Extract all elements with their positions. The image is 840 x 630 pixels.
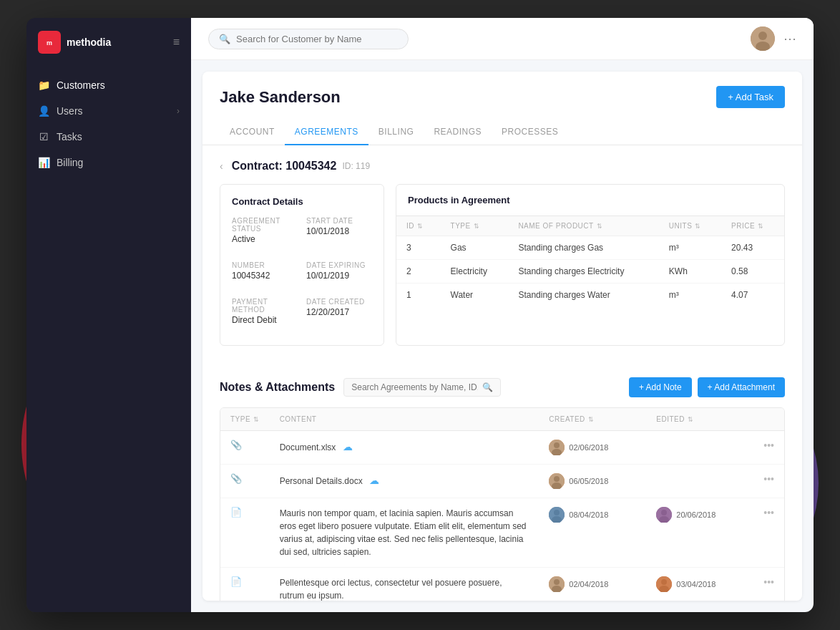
chevron-left-icon[interactable]: ‹ xyxy=(220,160,223,172)
more-options-icon[interactable]: ••• xyxy=(763,507,774,518)
menu-dots-icon[interactable]: ⋯ xyxy=(783,31,796,47)
logo-area: m methodia xyxy=(38,31,111,54)
paperclip-icon: 📎 xyxy=(230,440,242,450)
tab-account[interactable]: ACCOUNT xyxy=(220,120,285,145)
notes-col-actions xyxy=(753,408,784,431)
sidebar-item-label: Customers xyxy=(57,79,105,91)
chevron-right-icon: › xyxy=(177,106,180,116)
topbar: 🔍 ⋯ xyxy=(191,18,814,60)
product-row: 3 Gas Standing charges Gas m³ 20.43 xyxy=(396,236,784,260)
product-row: 2 Electricity Standing charges Electrici… xyxy=(396,260,784,284)
notes-row: 📎 Document.xlsx ☁ xyxy=(220,431,784,465)
svg-point-18 xyxy=(554,579,560,585)
creator-avatar xyxy=(549,473,565,489)
edited-cell: 20/06/2018 xyxy=(656,507,743,523)
main-content: 🔍 ⋯ Jake Sanderson + Add xyxy=(191,18,814,612)
add-task-button[interactable]: + Add Task xyxy=(716,86,785,108)
edited-date: 20/06/2018 xyxy=(676,510,716,519)
notes-header-right: + Add Note + Add Attachment xyxy=(629,377,785,397)
logo-text: methodia xyxy=(67,37,111,48)
page-header: Jake Sanderson + Add Task xyxy=(202,72,802,108)
logo-icon: m xyxy=(38,31,61,54)
tab-agreements[interactable]: AGREEMENTS xyxy=(285,120,368,145)
col-units[interactable]: UNITS⇅ xyxy=(659,216,721,236)
notes-title: Notes & Attachments xyxy=(220,381,335,394)
contract-panels: Contract Details Agreement Status Active… xyxy=(220,184,785,346)
contract-title: Contract: 10045342 ID: 119 xyxy=(232,160,370,173)
add-note-button[interactable]: + Add Note xyxy=(629,377,692,397)
svg-point-6 xyxy=(554,442,560,448)
created-date: 02/06/2018 xyxy=(569,443,608,452)
tab-processes[interactable]: PROCESSES xyxy=(492,120,568,145)
contract-header: ‹ Contract: 10045342 ID: 119 xyxy=(220,160,785,173)
content-text: Pellentesque orci lectus, consectetur ve… xyxy=(280,578,502,601)
products-table: ID⇅ TYPE⇅ NAME OF PRODUCT⇅ UNITS⇅ PRICE⇅… xyxy=(396,216,784,306)
sidebar: m methodia ≡ 📁 Customers 👤 Users › xyxy=(26,18,191,612)
notes-search-input[interactable] xyxy=(351,382,478,392)
doc-icon: 📄 xyxy=(230,576,242,587)
notes-col-type[interactable]: TYPE ⇅ xyxy=(220,408,270,431)
svg-point-15 xyxy=(661,510,667,515)
more-options-icon[interactable]: ••• xyxy=(763,440,774,451)
cloud-upload-icon: ☁ xyxy=(343,441,353,452)
sidebar-header: m methodia ≡ xyxy=(26,18,191,67)
detail-row-expiring: Date Expiring 10/01/2019 xyxy=(306,261,372,281)
svg-point-9 xyxy=(554,476,560,482)
contract-section: ‹ Contract: 10045342 ID: 119 Contract De… xyxy=(202,145,802,377)
svg-text:m: m xyxy=(47,39,52,47)
notes-row: 📄 Mauris non tempor quam, et lacinia sap… xyxy=(220,498,784,568)
topbar-right: ⋯ xyxy=(751,26,796,51)
created-date: 08/04/2018 xyxy=(569,510,608,519)
created-cell: 02/06/2018 xyxy=(549,440,636,455)
sidebar-nav: 📁 Customers 👤 Users › ☑ Tasks 📊 xyxy=(26,67,191,181)
billing-icon: 📊 xyxy=(38,157,49,168)
products-panel: Products in Agreement ID⇅ TYPE⇅ NAME OF … xyxy=(396,184,785,346)
page-content: Jake Sanderson + Add Task ACCOUNT AGREEM… xyxy=(202,72,802,601)
tab-billing[interactable]: BILLING xyxy=(368,120,424,145)
tasks-icon: ☑ xyxy=(38,131,49,142)
search-icon: 🔍 xyxy=(219,34,230,44)
contract-details-grid: Agreement Status Active Start Date 10/01… xyxy=(232,217,372,334)
notes-header: Notes & Attachments 🔍 + Add Note + Add A… xyxy=(220,377,785,397)
editor-avatar xyxy=(656,576,672,592)
content-text: Mauris non tempor quam, et lacinia sapie… xyxy=(280,508,527,557)
doc-icon: 📄 xyxy=(230,507,242,518)
contract-id: ID: 119 xyxy=(342,161,370,171)
page-title: Jake Sanderson xyxy=(220,88,341,107)
notes-col-created[interactable]: CREATED ⇅ xyxy=(539,408,646,431)
detail-row-number: Number 10045342 xyxy=(232,261,298,281)
avatar xyxy=(751,26,775,51)
col-price[interactable]: PRICE⇅ xyxy=(721,216,784,236)
sidebar-item-customers[interactable]: 📁 Customers xyxy=(26,72,191,98)
notes-search: 🔍 xyxy=(343,378,501,397)
detail-row-created: Date Created 12/20/2017 xyxy=(306,298,372,325)
more-options-icon[interactable]: ••• xyxy=(763,576,774,588)
search-input[interactable] xyxy=(236,34,398,44)
panel-title: Contract Details xyxy=(232,196,372,207)
detail-row-payment: Payment Method Direct Debit xyxy=(232,298,298,325)
sidebar-item-label: Tasks xyxy=(57,131,82,142)
products-header: Products in Agreement xyxy=(396,185,784,216)
detail-row-start: Start Date 10/01/2018 xyxy=(306,217,372,244)
paperclip-icon: 📎 xyxy=(230,473,242,484)
content-text: Document.xlsx ☁ xyxy=(280,442,353,452)
col-name[interactable]: NAME OF PRODUCT⇅ xyxy=(508,216,658,236)
edited-date: 03/04/2018 xyxy=(676,580,716,588)
hamburger-icon[interactable]: ≡ xyxy=(173,36,180,49)
created-cell: 08/04/2018 xyxy=(549,507,636,523)
sidebar-item-billing[interactable]: 📊 Billing xyxy=(26,150,191,175)
more-options-icon[interactable]: ••• xyxy=(763,473,774,485)
tab-readings[interactable]: READINGS xyxy=(424,120,492,145)
sidebar-item-users[interactable]: 👤 Users › xyxy=(26,98,191,124)
notes-row: 📄 Pellentesque orci lectus, consectetur … xyxy=(220,568,784,601)
user-icon: 👤 xyxy=(38,105,49,117)
sidebar-item-label: Billing xyxy=(57,157,83,168)
add-attachment-button[interactable]: + Add Attachment xyxy=(698,377,785,397)
notes-section: Notes & Attachments 🔍 + Add Note + Add A… xyxy=(202,377,802,601)
content-text: Personal Details.docx ☁ xyxy=(280,476,379,486)
col-id[interactable]: ID⇅ xyxy=(396,216,441,236)
col-type[interactable]: TYPE⇅ xyxy=(441,216,509,236)
sidebar-item-tasks[interactable]: ☑ Tasks xyxy=(26,124,191,150)
notes-col-edited[interactable]: EDITED ⇅ xyxy=(646,408,753,431)
created-cell: 06/05/2018 xyxy=(549,473,636,489)
